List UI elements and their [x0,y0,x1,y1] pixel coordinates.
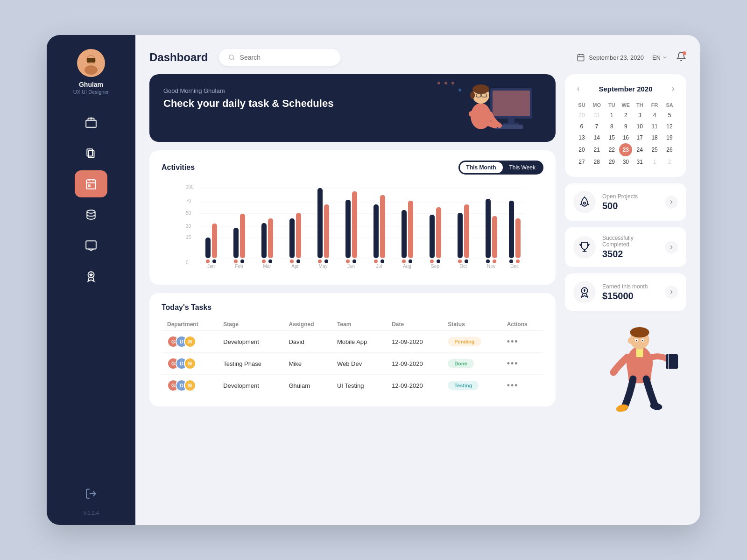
svg-point-39 [470,91,475,99]
search-input[interactable] [240,54,331,61]
svg-rect-120 [636,349,643,357]
svg-rect-76 [317,188,323,258]
calendar-day[interactable]: 2 [662,156,677,168]
calendar-day[interactable]: 7 [589,121,605,132]
task-actions[interactable]: ••• [501,331,543,353]
calendar-day[interactable]: 1 [604,110,619,121]
sidebar-item-message[interactable] [75,232,107,259]
calendar-day[interactable]: 22 [604,143,619,156]
sidebar-item-database[interactable] [75,201,107,228]
calendar-day[interactable]: 18 [647,132,662,143]
stat-arrow-button[interactable] [665,196,678,209]
svg-rect-11 [86,180,96,189]
sidebar-item-files[interactable] [75,140,107,167]
col-status: Status [442,318,501,331]
actions-menu-button[interactable]: ••• [507,337,519,346]
calendar-day[interactable]: 10 [632,121,647,132]
completed-value: 3502 [602,249,658,259]
content-left: Good Morning Ghulam Check your daily tas… [149,74,556,516]
sidebar-version: V.1.2.4 [83,510,99,516]
calendar-day[interactable]: 30 [574,110,589,121]
calendar-day[interactable]: 30 [619,156,632,168]
svg-text:30: 30 [186,224,191,229]
cal-day-th: TH [632,100,647,110]
cal-day-sa: SA [662,100,677,110]
calendar-day[interactable]: 19 [662,132,677,143]
calendar-day[interactable]: 8 [604,121,619,132]
calendar-day[interactable]: 12 [662,121,677,132]
calendar-day[interactable]: 21 [589,143,605,156]
calendar-day[interactable]: 9 [619,121,632,132]
date-text: September 23, 2020 [589,54,644,61]
task-date: 12-09-2020 [386,353,442,375]
svg-point-109 [493,259,496,263]
actions-menu-button[interactable]: ••• [507,359,519,368]
date-display: September 23, 2020 [577,53,644,62]
stat-open-projects[interactable]: Open Projects 500 [565,183,686,221]
calendar-day[interactable]: 27 [574,156,589,168]
calendar-day[interactable]: 26 [662,143,677,156]
calendar-card: ‹ September 2020 › SU MO TU WE TH [565,74,686,177]
logout-button[interactable] [79,482,103,505]
table-row: G D M Development David Mobile App 12-09… [162,331,543,353]
svg-point-104 [465,259,468,263]
notification-button[interactable] [676,51,686,63]
calendar-day[interactable]: 20 [574,143,589,156]
toggle-this-week[interactable]: This Week [503,162,542,173]
calendar-day[interactable]: 23 [619,143,632,156]
calendar-day[interactable]: 1 [647,156,662,168]
language-selector[interactable]: EN [652,54,668,61]
svg-point-16 [87,210,95,213]
svg-point-83 [346,259,350,263]
actions-menu-button[interactable]: ••• [507,381,519,390]
avatar [77,49,105,77]
calendar-header-icon [577,53,585,62]
task-actions[interactable]: ••• [501,353,543,375]
svg-rect-128 [666,354,678,369]
svg-text:Jan: Jan [207,264,215,269]
calendar-next-button[interactable]: › [669,84,677,94]
sidebar-item-calendar[interactable] [75,170,107,197]
calendar-day[interactable]: 31 [589,110,605,121]
svg-point-103 [458,259,462,263]
task-stage: Development [218,331,283,353]
search-bar[interactable] [219,49,340,66]
content-row: Good Morning Ghulam Check your daily tas… [149,74,686,516]
svg-rect-77 [324,204,329,258]
calendar-day[interactable]: 15 [604,132,619,143]
task-actions[interactable]: ••• [501,375,543,397]
sidebar-item-building[interactable] [75,109,107,136]
search-icon [228,54,235,61]
calendar-day[interactable]: 2 [619,110,632,121]
calendar-day[interactable]: 28 [589,156,605,168]
svg-line-22 [233,59,234,60]
svg-text:Jun: Jun [347,264,355,269]
stat-arrow-button[interactable] [665,241,678,254]
task-dept-avatars: G D M [162,375,218,397]
calendar-day[interactable]: 31 [632,156,647,168]
calendar-day[interactable]: 29 [604,156,619,168]
svg-rect-33 [508,119,514,123]
calendar-day[interactable]: 5 [662,110,677,121]
calendar-day[interactable]: 25 [647,143,662,156]
calendar-day[interactable]: 4 [647,110,662,121]
calendar-day[interactable]: 24 [632,143,647,156]
svg-rect-66 [261,223,267,258]
svg-text:Dec: Dec [510,264,519,269]
calendar-day[interactable]: 3 [632,110,647,121]
calendar-day[interactable]: 13 [574,132,589,143]
stat-info: Successfully Completed 3502 [602,235,658,259]
page-title: Dashboard [149,51,208,64]
toggle-this-month[interactable]: This Month [460,162,503,173]
calendar-day[interactable]: 14 [589,132,605,143]
logout-icon [85,488,97,500]
calendar-day[interactable]: 6 [574,121,589,132]
stat-successfully-completed[interactable]: Successfully Completed 3502 [565,227,686,267]
svg-point-113 [509,259,513,263]
calendar-day[interactable]: 17 [632,132,647,143]
svg-point-27 [437,82,440,84]
calendar-day[interactable]: 11 [647,121,662,132]
sidebar-item-badge[interactable] [75,263,107,290]
calendar-day[interactable]: 16 [619,132,632,143]
calendar-prev-button[interactable]: ‹ [574,84,582,94]
